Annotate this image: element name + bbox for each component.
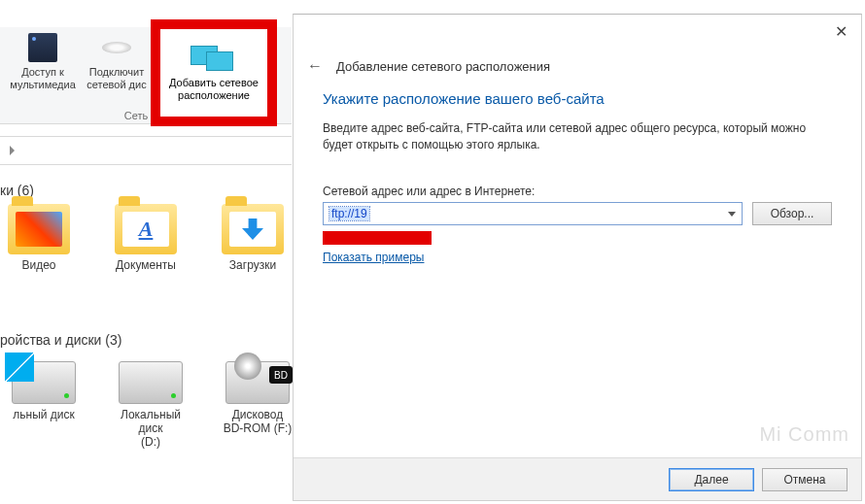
folder-icon	[115, 204, 177, 254]
back-button[interactable]: ←	[307, 57, 323, 75]
explorer-address-bar[interactable]	[0, 136, 292, 165]
wizard-title: Добавление сетевого расположения	[336, 59, 550, 74]
folder-label: Документы	[107, 258, 185, 272]
drives-grid: льный диск Локальный диск (D:) BD Дисков…	[0, 361, 301, 449]
show-examples-link[interactable]: Показать примеры	[323, 251, 832, 264]
ribbon-label: Подключит сетевой дис	[86, 66, 146, 91]
network-address-input[interactable]: ftp://19	[323, 202, 743, 225]
drive-bdrom-f[interactable]: BD Дисковод BD-ROM (F:)	[214, 361, 301, 449]
close-button[interactable]: ✕	[831, 22, 851, 41]
drive-label: Локальный диск (D:)	[107, 408, 194, 449]
redacted-bar	[323, 231, 432, 245]
server-icon	[28, 33, 57, 62]
disc-icon	[102, 42, 131, 53]
browse-button[interactable]: Обзор...	[752, 202, 832, 225]
folder-documents[interactable]: Документы	[107, 204, 185, 272]
folder-label: Загрузки	[214, 258, 292, 272]
monitors-icon	[190, 44, 237, 73]
chevron-right-icon	[10, 146, 15, 155]
drive-icon	[12, 361, 76, 404]
drive-local-d[interactable]: Локальный диск (D:)	[107, 361, 194, 449]
ribbon-label: Доступ к мультимедиа	[10, 66, 76, 91]
drive-icon	[119, 361, 183, 404]
ribbon-add-network-location[interactable]: Добавить сетевое расположение	[151, 19, 277, 126]
wizard-footer: Далее Отмена	[294, 457, 861, 500]
add-network-location-wizard: ✕ ← Добавление сетевого расположения Ука…	[293, 14, 862, 501]
ribbon-map-drive[interactable]: Подключит сетевой дис	[80, 31, 154, 91]
folder-icon	[8, 204, 70, 254]
folder-icon	[222, 204, 284, 254]
folders-grid: Видео Документы Загрузки	[0, 204, 292, 272]
next-button[interactable]: Далее	[669, 468, 754, 491]
ribbon-label: Добавить сетевое расположение	[169, 77, 259, 102]
wizard-heading: Укажите расположение вашего веб-сайта	[323, 90, 832, 107]
bd-badge: BD	[269, 366, 293, 384]
bdrom-drive-icon: BD	[225, 361, 290, 404]
address-input-value: ftp://19	[329, 207, 369, 220]
address-field-label: Сетевой адрес или адрес в Интернете:	[323, 185, 832, 198]
drive-label: льный диск	[0, 408, 87, 421]
drive-local-c[interactable]: льный диск	[0, 361, 87, 449]
folder-label: Видео	[0, 258, 78, 272]
drives-section-header[interactable]: ройства и диски (3)	[0, 332, 121, 348]
ribbon-media-access[interactable]: Доступ к мультимедиа	[6, 31, 80, 91]
folder-downloads[interactable]: Загрузки	[214, 204, 292, 272]
watermark: Mi Comm	[759, 423, 849, 446]
cancel-button[interactable]: Отмена	[762, 468, 848, 491]
wizard-description: Введите адрес веб-сайта, FTP-сайта или с…	[323, 120, 832, 153]
chevron-down-icon[interactable]	[728, 212, 736, 217]
drive-label: Дисковод BD-ROM (F:)	[214, 408, 301, 435]
folder-videos[interactable]: Видео	[0, 204, 78, 272]
